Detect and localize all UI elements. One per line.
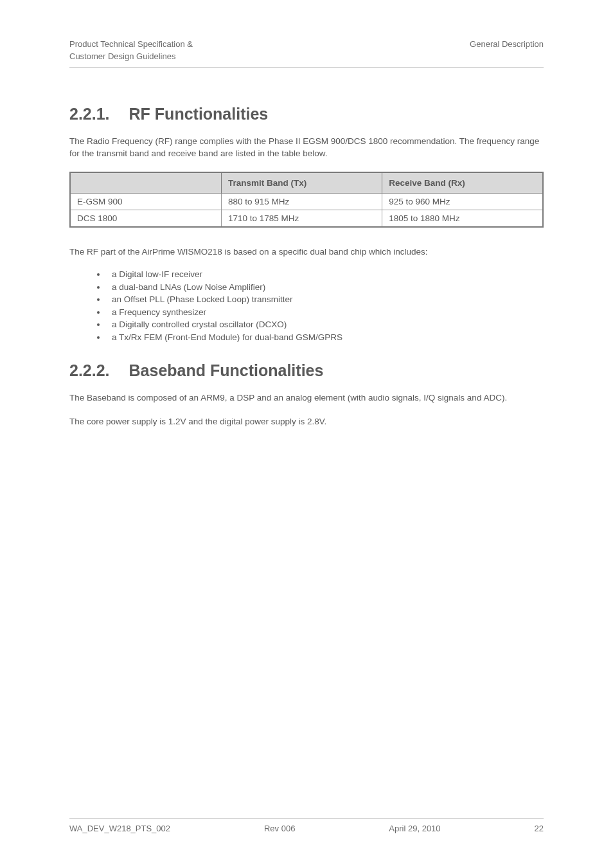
table-row: DCS 1800 1710 to 1785 MHz 1805 to 1880 M… (70, 210, 543, 227)
row-name: DCS 1800 (70, 210, 222, 227)
intro-line-1: The Radio Frequency (RF) range complies … (69, 136, 457, 146)
table-header-row: Transmit Band (Tx) Receive Band (Rx) (70, 172, 543, 194)
section-221-number: 2.2.1. (69, 105, 110, 123)
list-item: a Digital low-IF receiver (107, 269, 544, 279)
col-rx-header: Receive Band (Rx) (382, 172, 543, 194)
row-tx: 880 to 915 MHz (222, 193, 382, 210)
row-name: E-GSM 900 (70, 193, 222, 210)
row-rx: 1805 to 1880 MHz (382, 210, 543, 227)
row-tx: 1710 to 1785 MHz (222, 210, 382, 227)
rf-feature-list: a Digital low-IF receiver a dual-band LN… (107, 269, 544, 342)
header-divider (69, 67, 544, 68)
section-221-heading: 2.2.1.RF Functionalities (69, 105, 544, 123)
section-222-number: 2.2.2. (69, 361, 110, 380)
header-left-line1: Product Technical Specification & (69, 39, 193, 51)
page-header: Product Technical Specification & Custom… (69, 39, 544, 63)
section-221-title: RF Functionalities (129, 105, 269, 123)
section-221-after-table: The RF part of the AirPrime WISMO218 is … (69, 246, 544, 258)
section-222-para1: The Baseband is composed of an ARM9, a D… (69, 392, 544, 404)
page-footer: WA_DEV_W218_PTS_002 Rev 006 April 29, 20… (69, 818, 544, 833)
section-221-intro: The Radio Frequency (RF) range complies … (69, 135, 544, 160)
footer-divider (69, 818, 544, 819)
table-row: E-GSM 900 880 to 915 MHz 925 to 960 MHz (70, 193, 543, 210)
section-222-title: Baseband Functionalities (129, 361, 324, 379)
header-right: General Description (470, 39, 544, 51)
header-left-line2: Customer Design Guidelines (69, 51, 193, 63)
list-item: a Digitally controlled crystal oscillato… (107, 320, 544, 329)
header-left: Product Technical Specification & Custom… (69, 39, 193, 63)
list-item: a dual-band LNAs (Low Noise Amplifier) (107, 282, 544, 292)
section-222-para2: The core power supply is 1.2V and the di… (69, 415, 544, 428)
footer-doc-id: WA_DEV_W218_PTS_002 (69, 824, 170, 833)
list-item: an Offset PLL (Phase Locked Loop) transm… (107, 294, 544, 304)
section-222-heading: 2.2.2.Baseband Functionalities (69, 361, 544, 380)
footer-rev: Rev 006 (264, 824, 295, 833)
frequency-band-table: Transmit Band (Tx) Receive Band (Rx) E-G… (69, 172, 544, 228)
row-rx: 925 to 960 MHz (382, 193, 543, 210)
footer-date: April 29, 2010 (389, 824, 440, 833)
footer-page: 22 (535, 824, 544, 833)
list-item: a Tx/Rx FEM (Front-End Module) for dual-… (107, 332, 544, 342)
col-tx-header: Transmit Band (Tx) (222, 172, 382, 194)
list-item: a Frequency synthesizer (107, 307, 544, 317)
col-blank (70, 172, 222, 194)
